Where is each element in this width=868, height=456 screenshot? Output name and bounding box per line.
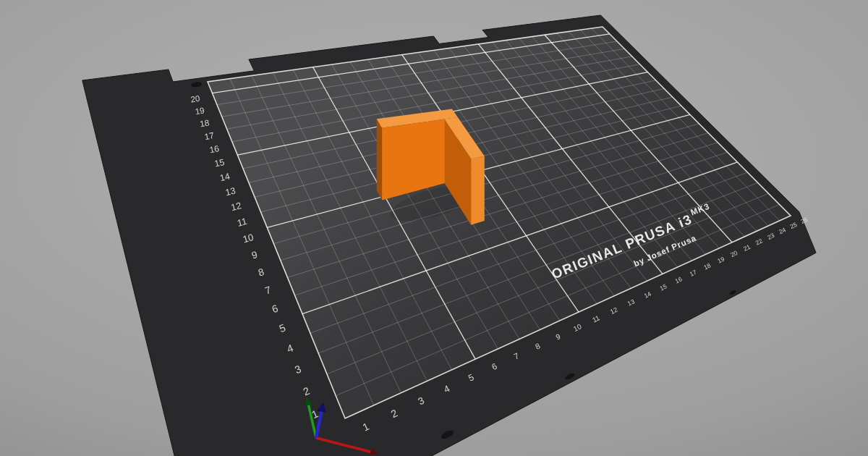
bed-axis-number-y: 20: [190, 94, 200, 104]
model-face-left-end[interactable]: [377, 119, 382, 200]
bed-axis-number-y: 19: [195, 105, 205, 116]
viewport-3d[interactable]: 1234567891011121314151617181920212223242…: [0, 0, 868, 456]
model-face-end[interactable]: [471, 156, 485, 225]
